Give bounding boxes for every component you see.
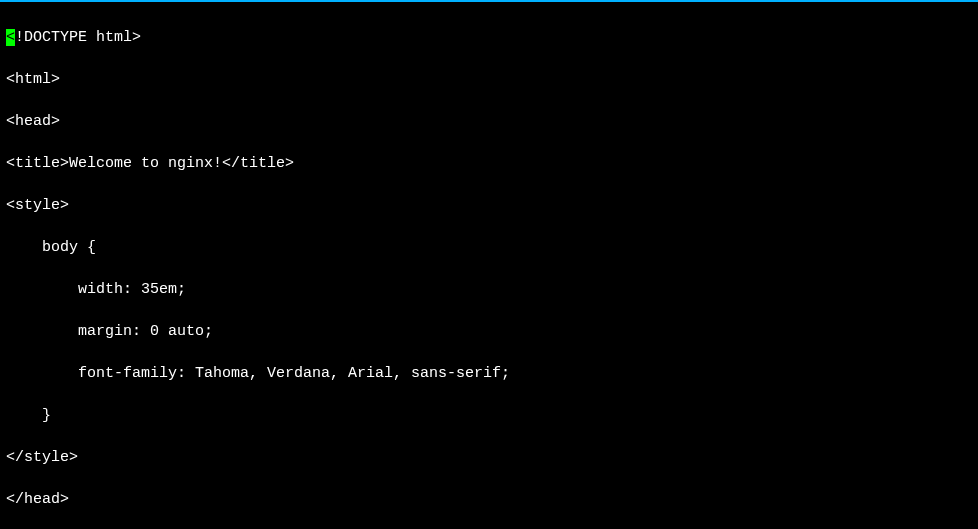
code-line: </head> [6, 489, 972, 510]
code-line: <html> [6, 69, 972, 90]
code-line: <head> [6, 111, 972, 132]
code-line: </style> [6, 447, 972, 468]
code-line: width: 35em; [6, 279, 972, 300]
code-line: font-family: Tahoma, Verdana, Arial, san… [6, 363, 972, 384]
code-line: <style> [6, 195, 972, 216]
code-line: margin: 0 auto; [6, 321, 972, 342]
terminal-content[interactable]: <!DOCTYPE html> <html> <head> <title>Wel… [0, 2, 978, 529]
code-line: <title>Welcome to nginx!</title> [6, 153, 972, 174]
code-line: body { [6, 237, 972, 258]
code-line: <!DOCTYPE html> [6, 27, 972, 48]
cursor: < [6, 29, 15, 46]
code-line: } [6, 405, 972, 426]
